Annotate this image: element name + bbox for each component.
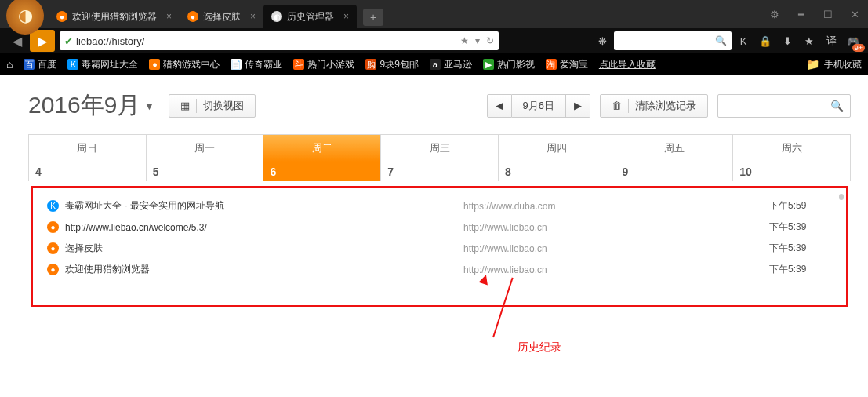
date-nav: ◀ 9月6日 ▶ [487,94,590,118]
bookmark-4[interactable]: 斗热门小游戏 [293,58,354,71]
tab-2[interactable]: ◐历史管理器× [263,5,357,28]
bookmark-icon: 百 [24,59,35,70]
tab-label: 欢迎使用猎豹浏览器 [72,10,157,24]
date-cell[interactable]: 4 [29,162,147,181]
badge-count: 9+ [852,44,865,52]
game-icon[interactable]: 🎮9+ [843,31,863,50]
bookmark-label: 9块9包邮 [380,58,418,71]
clear-history-button[interactable]: 🗑 清除浏览记录 [600,94,708,118]
date-cell[interactable]: 5 [147,162,264,181]
home-icon[interactable]: ⌂ [6,58,13,71]
bookmark-6[interactable]: a亚马逊 [430,58,472,71]
bookmark-5[interactable]: 购9块9包邮 [365,58,418,71]
bookmark-label: 爱淘宝 [560,58,588,71]
forward-button[interactable]: ▶ [30,30,55,52]
bookmark-label: 传奇霸业 [245,58,282,71]
current-date-label[interactable]: 9月6日 [512,94,566,118]
history-row[interactable]: ●http://www.liebao.cn/welcome/5.3/http:/… [47,217,832,238]
annotation-label: 历史纪录 [518,341,561,355]
date-cell[interactable]: 7 [381,162,499,181]
tab-1[interactable]: ●选择皮肤× [180,5,263,28]
history-row[interactable]: K毒霸网址大全 - 最安全实用的网址导航https://www.duba.com… [47,195,832,217]
tab-close-icon[interactable]: × [166,11,172,22]
page-title[interactable]: 2016年9月 ▼ [28,89,154,122]
folder-icon: 📁 [806,58,819,71]
new-tab-button[interactable]: + [363,9,383,26]
star-icon[interactable]: ★ [460,35,469,46]
bookmarks-bar: ⌂ 百百度K毒霸网址大全●猎豹游戏中心📄传奇霸业斗热门小游戏购9块9包邮a亚马逊… [0,53,868,75]
tab-close-icon[interactable]: × [343,11,349,22]
scrollbar[interactable] [839,194,844,200]
history-page: 2016年9月 ▼ ▦ 切换视图 ◀ 9月6日 ▶ 🗑 清除浏览记录 🔍 周 [0,75,868,307]
weekday-header: 周二 [263,135,381,162]
history-url: http://www.liebao.cn [463,264,763,275]
calendar-header: 周日周一周二周三周四周五周六 45678910 [28,134,851,181]
window-controls: ⚙ ━ ☐ ✕ [761,3,868,25]
url-dropdown-icon[interactable]: ▾ [475,35,480,46]
refresh-icon[interactable]: ↻ [486,35,494,46]
toggle-view-button[interactable]: ▦ 切换视图 [169,94,256,118]
next-date-button[interactable]: ▶ [566,94,590,118]
history-search-input[interactable]: 🔍 [717,94,851,118]
bookmark-label: 热门影视 [497,58,535,71]
history-list: K毒霸网址大全 - 最安全实用的网址导航https://www.duba.com… [31,186,848,307]
bookmark-icon: 淘 [546,59,557,70]
tab-favicon-icon: ● [187,11,198,22]
bookmark-1[interactable]: K毒霸网址大全 [67,58,138,71]
bookmark-0[interactable]: 百百度 [24,58,56,71]
star2-icon[interactable]: ★ [799,31,819,50]
settings-icon[interactable]: ⚙ [761,3,788,25]
lock-icon[interactable]: 🔒 [755,31,775,50]
history-time: 下午5:59 [769,199,832,213]
date-cell[interactable]: 10 [733,162,850,181]
history-row[interactable]: ●欢迎使用猎豹浏览器http://www.liebao.cn下午5:39 [47,259,832,280]
history-favicon-icon: ● [47,242,59,254]
bookmark-label: 猎豹游戏中心 [163,58,220,71]
bookmark-icon: K [67,59,78,70]
search-icon: 🔍 [830,100,844,112]
bookmark-9[interactable]: 点此导入收藏 [599,58,656,71]
trash-icon: 🗑 [612,100,622,111]
bookmark-icon: ▶ [483,59,494,70]
history-url: http://www.liebao.cn [463,222,763,233]
search-icon: 🔍 [715,35,727,46]
history-favicon-icon: ● [47,221,59,233]
tab-favicon-icon: ◐ [271,11,282,22]
tab-0[interactable]: ●欢迎使用猎豹浏览器× [49,5,180,28]
download-icon[interactable]: ⬇ [777,31,797,50]
tab-close-icon[interactable]: × [250,11,256,22]
bookmark-3[interactable]: 📄传奇霸业 [231,58,282,71]
calendar-icon: ▦ [180,100,190,111]
weekday-header: 周五 [616,135,734,162]
prev-date-button[interactable]: ◀ [487,94,512,118]
weekday-header: 周一 [147,135,264,162]
bookmarks-right[interactable]: 📁 手机收藏 [806,58,862,71]
history-title: http://www.liebao.cn/welcome/5.3/ [65,222,457,233]
date-cell[interactable]: 9 [616,162,734,181]
address-bar[interactable]: ✔ liebao://history/ ★ ▾ ↻ [60,31,499,50]
address-bar-row: ◀ ▶ ✔ liebao://history/ ★ ▾ ↻ ❋ 🔍 K 🔒 ⬇ … [0,28,868,53]
search-input[interactable]: 🔍 [614,31,732,50]
bookmark-7[interactable]: ▶热门影视 [483,58,535,71]
tab-label: 选择皮肤 [203,10,241,24]
minimize-button[interactable]: ━ [788,3,815,25]
history-favicon-icon: K [47,200,59,212]
caret-down-icon: ▼ [143,100,154,112]
history-row[interactable]: ●选择皮肤http://www.liebao.cn下午5:39 [47,238,832,259]
close-button[interactable]: ✕ [841,3,868,25]
bookmark-8[interactable]: 淘爱淘宝 [546,58,588,71]
weekday-header: 周三 [381,135,499,162]
bookmark-icon: ● [149,59,160,70]
bookmark-2[interactable]: ●猎豹游戏中心 [149,58,220,71]
history-favicon-icon: ● [47,264,59,275]
mobile-favorites-label: 手机收藏 [824,58,862,71]
date-cell[interactable]: 8 [499,162,616,181]
date-cell[interactable]: 6 [263,162,381,181]
ext-k-icon[interactable]: K [733,31,754,50]
bookmark-label: 亚马逊 [444,58,472,71]
search-engine-icon[interactable]: ❋ [592,31,612,50]
weekday-header: 周日 [29,135,147,162]
maximize-button[interactable]: ☐ [815,3,841,25]
translate-icon[interactable]: 译 [821,31,841,50]
bookmark-label: 毒霸网址大全 [82,58,138,71]
